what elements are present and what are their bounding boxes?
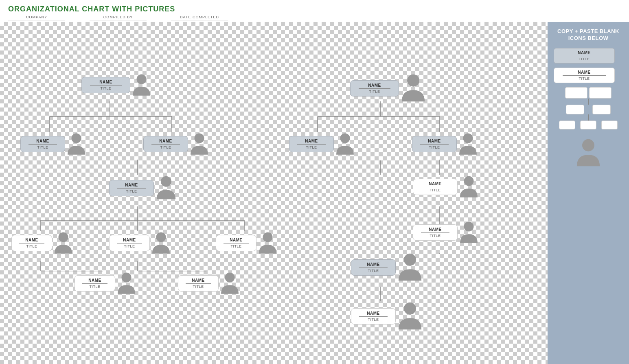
node-l5-2: NAME TITLE xyxy=(178,271,241,296)
sidebar-mini-tree xyxy=(552,87,625,129)
node-rr-2: NAME TITLE xyxy=(413,220,480,245)
title-l5-1: TITLE xyxy=(89,285,100,289)
node-left-root: NAME TITLE xyxy=(81,73,153,97)
box-rl-sub2[interactable]: NAME TITLE xyxy=(351,308,396,325)
svg-point-30 xyxy=(59,232,68,242)
title-left-r: TITLE xyxy=(160,145,171,149)
mini-box-3 xyxy=(566,105,584,114)
svg-point-37 xyxy=(463,133,473,143)
title-l5-2: TITLE xyxy=(193,285,204,289)
node-rr-1: NAME TITLE xyxy=(413,175,480,199)
name-rr-1: NAME xyxy=(429,182,441,186)
avatar-rr-1 xyxy=(458,175,480,199)
avatar-right-root xyxy=(399,73,427,103)
date-field: DATE COMPLETED xyxy=(171,15,228,20)
svg-point-29 xyxy=(161,176,171,187)
date-label: DATE COMPLETED xyxy=(180,15,219,19)
mini-connector-2 xyxy=(588,114,589,121)
sidebar-box-shaded[interactable]: NAME TITLE xyxy=(554,48,615,64)
title-rr-1: TITLE xyxy=(430,188,441,192)
svg-point-36 xyxy=(340,133,350,143)
title-left-l: TITLE xyxy=(37,145,48,149)
node-l4-3: NAME TITLE xyxy=(216,231,279,255)
sidebar-node-shaded: NAME TITLE xyxy=(554,48,623,64)
node-l4-1: NAME TITLE xyxy=(11,231,75,255)
mini-box-2 xyxy=(589,87,611,99)
svg-point-40 xyxy=(404,254,416,266)
box-left-r[interactable]: NAME TITLE xyxy=(143,136,188,152)
avatar-l5-2 xyxy=(219,271,241,296)
box-l4-3[interactable]: NAME TITLE xyxy=(216,235,256,251)
sidebar-box-white[interactable]: NAME TITLE xyxy=(554,68,615,83)
company-line xyxy=(8,20,65,20)
node-left-r: NAME TITLE xyxy=(143,132,210,156)
company-field: COMPANY xyxy=(8,15,65,20)
box-rl-sub[interactable]: NAME TITLE xyxy=(351,259,396,276)
name-l4-3: NAME xyxy=(230,238,242,242)
title-l4-1: TITLE xyxy=(26,244,37,248)
box-l5-1[interactable]: NAME TITLE xyxy=(75,275,115,292)
page-header: ORGANIZATIONAL CHART WITH PICTURES COMPA… xyxy=(0,0,629,22)
node-rl-sub: NAME TITLE xyxy=(351,252,424,283)
box-left-l[interactable]: NAME TITLE xyxy=(20,136,65,152)
node-rl-sub2: NAME TITLE xyxy=(351,301,424,331)
compiled-field: COMPILED BY xyxy=(90,15,147,20)
sidebar-title-1: TITLE xyxy=(579,57,590,61)
box-l5-2[interactable]: NAME TITLE xyxy=(178,275,219,292)
name-left-r: NAME xyxy=(159,139,172,143)
avatar-left-r xyxy=(188,132,210,156)
box-l4-1[interactable]: NAME TITLE xyxy=(11,235,52,251)
sidebar-name-1: NAME xyxy=(578,50,590,55)
svg-point-26 xyxy=(137,74,147,84)
mini-box-5 xyxy=(559,121,575,129)
box-right-root[interactable]: NAME TITLE xyxy=(350,80,399,96)
node-left-sub: NAME TITLE xyxy=(109,175,178,201)
box-left-sub[interactable]: NAME TITLE xyxy=(109,180,154,196)
node-l5-1: NAME TITLE xyxy=(75,271,138,296)
name-l5-1: NAME xyxy=(88,278,101,283)
title-right-r: TITLE xyxy=(429,145,440,149)
name-l5-2: NAME xyxy=(192,278,204,283)
avatar-rr-2 xyxy=(458,220,480,245)
name-left-l: NAME xyxy=(36,139,49,143)
sidebar-node-white: NAME TITLE xyxy=(554,68,623,83)
avatar-l4-3 xyxy=(256,231,279,255)
box-right-r[interactable]: NAME TITLE xyxy=(412,136,457,152)
svg-point-33 xyxy=(122,272,131,282)
name-rr-2: NAME xyxy=(429,227,441,232)
sidebar-name-2: NAME xyxy=(578,70,590,75)
node-l4-2: NAME TITLE xyxy=(109,231,172,255)
name-l4-2: NAME xyxy=(123,238,136,242)
sidebar-title: COPY + PASTE BLANK ICONS BELOW xyxy=(552,26,625,44)
svg-point-27 xyxy=(72,133,81,143)
box-rr-2[interactable]: NAME TITLE xyxy=(413,224,458,241)
name-left-sub: NAME xyxy=(125,183,138,187)
avatar-rl-sub xyxy=(396,252,424,283)
box-right-l[interactable]: NAME TITLE xyxy=(289,136,334,152)
node-right-l: NAME TITLE xyxy=(289,132,356,156)
avatar-left-l xyxy=(65,132,88,156)
page-title: ORGANIZATIONAL CHART WITH PICTURES xyxy=(8,5,621,13)
sidebar-avatar xyxy=(574,138,603,168)
title-l4-3: TITLE xyxy=(230,244,241,248)
mini-box-1 xyxy=(565,87,587,99)
node-right-root: NAME TITLE xyxy=(350,73,427,103)
box-l4-2[interactable]: NAME TITLE xyxy=(109,235,150,251)
box-rr-1[interactable]: NAME TITLE xyxy=(413,179,458,195)
box-left-root[interactable]: NAME TITLE xyxy=(81,77,130,93)
sidebar-title-2: TITLE xyxy=(579,77,590,81)
node-left-l: NAME TITLE xyxy=(20,132,88,156)
name-left-root: NAME xyxy=(99,80,112,84)
node-right-r: NAME TITLE xyxy=(412,132,479,156)
avatar-l4-2 xyxy=(150,231,172,255)
svg-point-42 xyxy=(582,139,594,151)
date-line xyxy=(171,20,228,20)
svg-point-28 xyxy=(195,133,204,143)
mini-box-4 xyxy=(592,105,611,114)
mini-box-7 xyxy=(601,121,618,129)
svg-point-32 xyxy=(263,232,273,242)
name-right-l: NAME xyxy=(305,139,318,143)
name-rl-sub2: NAME xyxy=(367,311,379,316)
avatar-l4-1 xyxy=(52,231,75,255)
compiled-label: COMPILED BY xyxy=(103,15,133,19)
